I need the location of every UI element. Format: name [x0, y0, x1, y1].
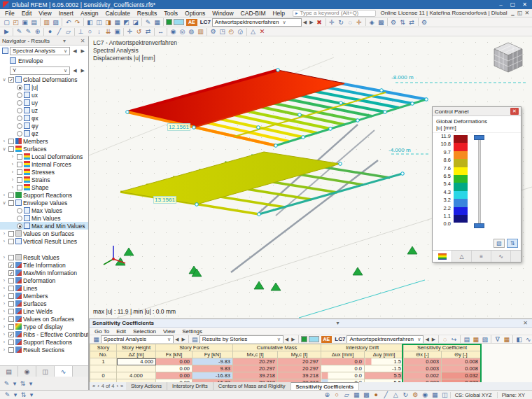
- zoom-icon[interactable]: ◌: [346, 18, 355, 27]
- analysis-prev-button[interactable]: ◀: [71, 48, 78, 54]
- display-tree-item-members[interactable]: ›Members: [0, 292, 88, 300]
- radio[interactable]: [17, 115, 22, 121]
- column-header[interactable]: Θy [-]: [442, 351, 481, 358]
- pan-icon[interactable]: ✛: [355, 18, 364, 27]
- table-grid-icon[interactable]: ▦: [92, 335, 101, 344]
- x-red-icon[interactable]: ✖: [315, 18, 324, 27]
- display-tree-item-max-min-information[interactable]: ✓Max/Min Information: [0, 269, 88, 276]
- column-header[interactable]: ΔZ [m]: [117, 351, 156, 358]
- checkbox[interactable]: [8, 192, 14, 198]
- radio[interactable]: [17, 100, 22, 106]
- prev-record-button[interactable]: ‹: [97, 383, 99, 389]
- checkbox[interactable]: ✓: [8, 262, 14, 268]
- line-icon[interactable]: ╱: [55, 27, 64, 36]
- display-tree-item-surfaces[interactable]: ›Surfaces: [0, 300, 88, 307]
- mesh-icon[interactable]: ▩: [362, 391, 371, 399]
- bottom-panel-header[interactable]: Sensitivity Coefficients ▾ ✕: [90, 319, 532, 328]
- table-cell[interactable]: 0.003: [404, 358, 442, 365]
- excel-icon[interactable]: ▦: [471, 335, 480, 344]
- table-cell[interactable]: 39.218: [233, 372, 278, 379]
- table-cell[interactable]: 4.000: [117, 372, 156, 379]
- view1-icon[interactable]: ◳: [218, 27, 227, 36]
- next-record-button[interactable]: ›: [116, 383, 118, 389]
- node-icon[interactable]: ●: [372, 391, 381, 399]
- grid2-icon[interactable]: ▦: [502, 335, 511, 344]
- edit-mode-icon[interactable]: ✎: [2, 379, 11, 388]
- sheet-tab-centers-of-mass-and-rigidity[interactable]: Centers of Mass and Rigidity: [214, 382, 291, 390]
- export-icon[interactable]: ▧: [480, 335, 489, 344]
- column-header[interactable]: Θx [-]: [404, 351, 442, 358]
- expand-icon[interactable]: ›: [1, 324, 7, 329]
- calc-icon[interactable]: ⚙: [389, 18, 398, 27]
- find-icon[interactable]: ◌: [440, 335, 449, 344]
- table-cell[interactable]: 0: [90, 372, 117, 379]
- menu-calculate[interactable]: Calculate: [102, 10, 133, 17]
- open-icon[interactable]: ◰: [11, 18, 20, 27]
- results-tree-item-max-values[interactable]: Max Values: [0, 206, 88, 214]
- tab-deformation-factor[interactable]: △: [452, 251, 472, 262]
- results-tree-item-max-and-min-values[interactable]: Max and Min Values: [0, 222, 88, 230]
- bp-results-combo[interactable]: Results by Stories∨: [200, 335, 284, 344]
- redo-icon[interactable]: ↷: [73, 18, 82, 27]
- radio[interactable]: [17, 85, 22, 90]
- iso-view-icon[interactable]: ◈: [368, 18, 377, 27]
- expand-icon[interactable]: ›: [10, 154, 15, 159]
- checkbox[interactable]: [8, 286, 14, 291]
- results-tree-item--u-[interactable]: |u|: [0, 83, 88, 91]
- checkbox[interactable]: ✓: [8, 332, 14, 337]
- expand-icon[interactable]: ›: [1, 239, 7, 244]
- expand-icon[interactable]: ›: [10, 162, 15, 167]
- scale-slider-track[interactable]: [478, 136, 481, 226]
- status-layers-dropdown-icon[interactable]: ▾: [29, 391, 34, 399]
- checkbox[interactable]: [8, 231, 14, 237]
- table-cell[interactable]: 0.008: [442, 365, 481, 372]
- scale-color-swatch[interactable]: [454, 143, 468, 150]
- hinge-icon[interactable]: ○: [85, 27, 94, 36]
- results-tree-item-support-reactions[interactable]: ›Support Reactions: [0, 191, 88, 199]
- expand-icon[interactable]: ›: [1, 231, 7, 236]
- surface-icon[interactable]: ▱: [64, 27, 73, 36]
- direction-prev-button[interactable]: ◀: [71, 68, 78, 74]
- rotate-icon[interactable]: ↻: [401, 391, 410, 399]
- view3-icon[interactable]: ◶: [236, 27, 245, 36]
- bp-results-prev-button[interactable]: ◀: [284, 337, 290, 342]
- bp-results-next-button[interactable]: ▶: [290, 337, 296, 342]
- display-tree-item-values-on-surfaces[interactable]: ›Values on Surfaces: [0, 315, 88, 323]
- new-icon[interactable]: ▢: [2, 18, 11, 27]
- mesh-icon[interactable]: ▩: [377, 18, 386, 27]
- tab-views[interactable]: ◫: [36, 366, 55, 377]
- scale-color-swatch[interactable]: [454, 199, 468, 206]
- column-header[interactable]: Mx,c [t]: [233, 351, 278, 358]
- sort-icon[interactable]: ⇅: [18, 379, 27, 388]
- bp-analysis-combo[interactable]: Spectral Analysis∨: [101, 335, 174, 344]
- table-cell[interactable]: 0.0: [321, 372, 365, 379]
- rotate-icon[interactable]: ↻: [337, 18, 346, 27]
- win-tile-icon[interactable]: ◫: [94, 18, 104, 27]
- table-cell[interactable]: 20.297: [278, 365, 321, 372]
- results-tree-item-vertical-result-lines[interactable]: ›Vertical Result Lines: [0, 237, 88, 245]
- search-input[interactable]: ▸ Type a keyword (Alt+Q): [293, 10, 376, 17]
- tab-data[interactable]: ▤: [0, 366, 18, 377]
- surface-icon[interactable]: ▱: [342, 391, 351, 399]
- filter-icon[interactable]: ∇: [493, 335, 502, 344]
- results-tree-item--x[interactable]: φx: [0, 114, 88, 122]
- expand-icon[interactable]: ›: [1, 278, 7, 283]
- close-button[interactable]: ✕: [519, 1, 531, 8]
- table-cell[interactable]: 0.00: [156, 358, 192, 365]
- expand-icon[interactable]: ›: [1, 192, 7, 197]
- expand-icon[interactable]: ›: [1, 301, 7, 306]
- checkbox[interactable]: [8, 239, 14, 244]
- goto-icon[interactable]: ↪: [449, 335, 458, 344]
- print-icon[interactable]: ▤: [29, 18, 38, 27]
- control-panel-close-icon[interactable]: ✕: [510, 108, 519, 115]
- loadcase-combo[interactable]: Antwortspektrenverfahren∨: [212, 18, 302, 27]
- table-cell[interactable]: -9.83: [192, 358, 233, 365]
- gear-icon[interactable]: ⚙: [411, 391, 420, 399]
- column-header[interactable]: My,c [t]: [278, 351, 321, 358]
- select-arrow-icon[interactable]: ▶: [2, 27, 11, 36]
- result-color-swatch-icon[interactable]: [166, 19, 172, 25]
- checkbox[interactable]: [8, 347, 14, 353]
- table-cell[interactable]: 0.00: [156, 372, 192, 379]
- column-header[interactable]: Fx [kN]: [156, 351, 192, 358]
- table-cell[interactable]: 20.297: [233, 365, 278, 372]
